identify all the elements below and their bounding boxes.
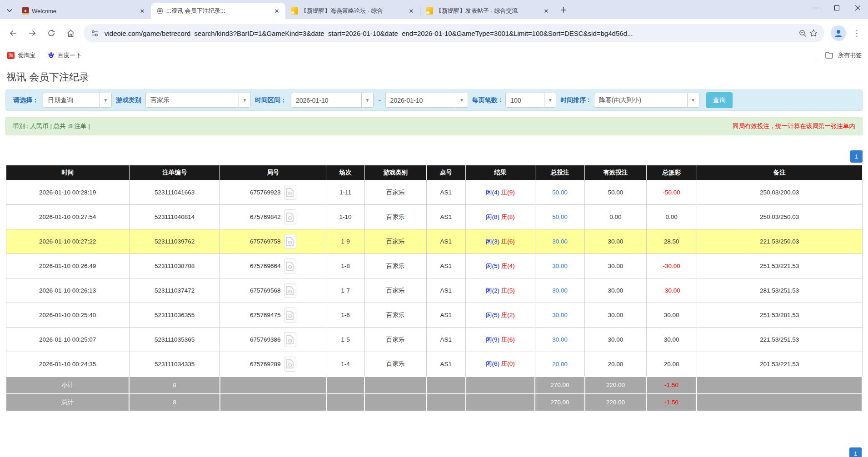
cell-note: 201.53/221.53 [697, 352, 862, 377]
forum-favicon [426, 7, 433, 15]
forward-icon[interactable] [24, 25, 41, 42]
video-replay-icon[interactable] [284, 283, 296, 298]
new-tab-button[interactable] [557, 3, 570, 17]
cell-total-bet[interactable]: 30.00 [535, 229, 584, 254]
cell-total-bet[interactable]: 30.00 [535, 278, 584, 303]
browser-toolbar: videoie.com/game/betrecord_search/kind3?… [0, 19, 868, 47]
video-replay-icon[interactable] [284, 209, 296, 224]
close-tab-icon[interactable]: ✕ [138, 7, 146, 15]
cell-time: 2026-01-10 00:25:07 [6, 328, 129, 352]
banker-result: 庄(2) [501, 312, 515, 318]
browser-tab[interactable]: Welcome ✕ [16, 3, 151, 19]
video-replay-icon[interactable] [284, 234, 296, 249]
cell-total-bet[interactable]: 30.00 [535, 328, 584, 352]
game-kind-label: 游戏类别 [116, 96, 141, 104]
cell-valid-bet: 0.00 [585, 205, 647, 229]
cell-payout: 30.00 [646, 303, 697, 328]
pagination-top: 1 [5, 150, 863, 163]
cell-game-kind: 百家乐 [364, 278, 426, 303]
chevron-down-icon: ▼ [687, 93, 699, 107]
bookmark-star-icon[interactable] [808, 29, 819, 37]
close-tab-icon[interactable]: ✕ [542, 7, 550, 15]
video-replay-icon[interactable] [284, 258, 296, 273]
chevron-down-icon: ▼ [544, 93, 556, 107]
table-row: 2026-01-10 00:25:07 523111035365 6757693… [6, 328, 862, 352]
back-icon[interactable] [5, 25, 22, 42]
maximize-button[interactable] [826, 0, 847, 15]
cell-payout: -30.00 [646, 278, 697, 303]
page-1-button[interactable]: 1 [849, 447, 862, 457]
close-tab-icon[interactable]: ✕ [407, 7, 415, 15]
total-label: 总计 [6, 394, 129, 411]
per-page-label: 每页笔数 : [472, 96, 502, 104]
bet-records-table: 时间注单编号局号场次游戏类别桌号结果总投注有效投注总派彩备注 2026-01-1… [5, 165, 863, 412]
minimize-button[interactable] [805, 0, 826, 15]
cell-round: 675769664 [220, 254, 326, 278]
column-header-7: 总投注 [535, 165, 584, 180]
site-settings-icon[interactable] [89, 30, 100, 37]
cell-total-bet[interactable]: 50.00 [535, 180, 584, 205]
profile-avatar-icon[interactable] [831, 25, 846, 41]
home-icon[interactable] [62, 25, 79, 42]
date-start-select[interactable]: 2026-01-10 ▼ [291, 93, 374, 108]
query-type-select[interactable]: 日期查询 ▼ [43, 93, 112, 108]
cell-game-kind: 百家乐 [364, 229, 426, 254]
column-header-0: 时间 [6, 165, 129, 180]
chevron-down-icon: ▼ [456, 93, 468, 107]
player-result: 闲(2) [486, 287, 499, 294]
game-kind-select[interactable]: 百家乐 ▼ [145, 93, 251, 108]
cell-result: 闲(5) 庄(4) [466, 254, 535, 278]
browser-tab[interactable]: 【新提醒】发表帖子 - 综合交流 ✕ [420, 3, 555, 19]
cell-round: 675769386 [220, 328, 326, 352]
close-window-button[interactable] [847, 0, 868, 15]
tab-title: 【新提醒】发表帖子 - 综合交流 [436, 7, 539, 15]
video-replay-icon[interactable] [284, 185, 296, 200]
pagination-bottom: 1 [849, 447, 862, 457]
bookmark-label: 爱淘宝 [18, 51, 35, 60]
close-tab-icon[interactable]: ✕ [273, 7, 281, 15]
bookmark-item[interactable]: 百度一下 [46, 50, 82, 61]
browser-menu-icon[interactable]: ⋮ [850, 25, 863, 42]
address-bar[interactable]: videoie.com/game/betrecord_search/kind3?… [84, 24, 824, 42]
cell-bet-id: 523111036355 [129, 303, 220, 328]
per-page-select[interactable]: 100 ▼ [505, 93, 556, 108]
url-text[interactable]: videoie.com/game/betrecord_search/kind3?… [105, 30, 793, 37]
cell-round: 675769289 [220, 352, 326, 377]
zoom-out-icon[interactable] [797, 30, 808, 37]
browser-tab[interactable]: :::视讯 会员下注纪录::: ✕ [151, 3, 285, 19]
video-replay-icon[interactable] [284, 332, 296, 347]
total-count: 8 [129, 394, 220, 411]
search-button[interactable]: 查询 [706, 92, 733, 108]
sort-select[interactable]: 降幂(由大到小) ▼ [594, 93, 699, 108]
banker-result: 庄(9) [501, 189, 515, 196]
currency-summary-text: 币别 : 人民币 | 总共 :8 注单 | [13, 122, 90, 130]
bookmarks-bar: 淘 爱淘宝 百度一下 所有书签 [0, 47, 868, 63]
cell-valid-bet: 20.00 [585, 352, 647, 377]
cell-table-no: AS1 [426, 254, 466, 278]
total-valid-bet: 220.00 [585, 394, 647, 411]
cell-bet-id: 523111040814 [129, 205, 220, 229]
player-result: 闲(8) [486, 214, 499, 220]
bookmark-item[interactable]: 淘 爱淘宝 [6, 50, 36, 61]
subtotal-row: 小计 8 270.00 220.00 -1.50 [6, 377, 862, 394]
video-replay-icon[interactable] [284, 357, 296, 372]
cell-bet-id: 523111035365 [129, 328, 220, 352]
player-result: 闲(4) [486, 189, 499, 196]
table-row: 2026-01-10 00:26:49 523111038708 6757696… [6, 254, 862, 278]
cell-total-bet[interactable]: 20.00 [535, 352, 584, 377]
cell-bet-id: 523111034335 [129, 352, 220, 377]
cell-total-bet[interactable]: 50.00 [535, 205, 584, 229]
browser-tab[interactable]: 【新提醒】海燕策略论坛 - 综合 ✕ [285, 3, 420, 19]
cell-time: 2026-01-10 00:25:40 [6, 303, 129, 328]
page-title: 视讯 会员下注纪录 [6, 70, 863, 84]
all-bookmarks-label[interactable]: 所有书签 [838, 51, 862, 60]
date-end-select[interactable]: 2026-01-10 ▼ [385, 93, 468, 108]
select-type-label: 请选择： [13, 96, 39, 104]
cell-table-no: AS1 [426, 303, 466, 328]
cell-total-bet[interactable]: 30.00 [535, 303, 584, 328]
video-replay-icon[interactable] [284, 308, 296, 323]
cell-total-bet[interactable]: 30.00 [535, 254, 584, 278]
reload-icon[interactable] [43, 25, 60, 42]
tab-search-chevron-icon[interactable] [3, 3, 16, 18]
page-1-button[interactable]: 1 [850, 150, 863, 163]
